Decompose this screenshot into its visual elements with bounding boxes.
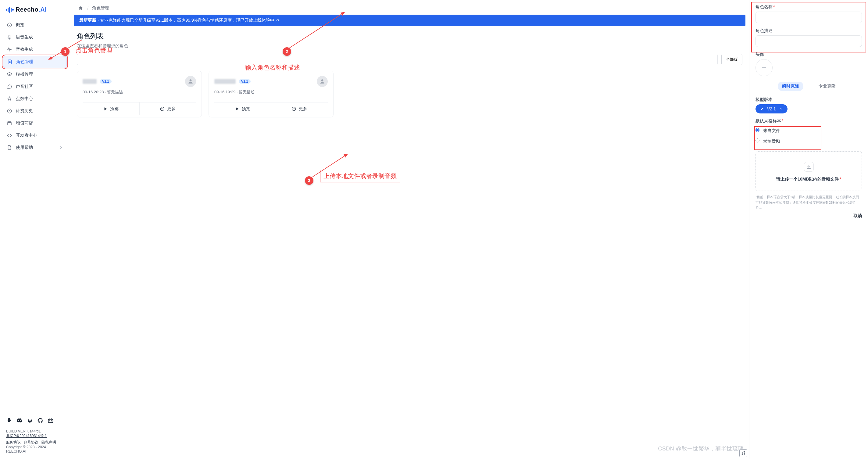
role-name-blur — [214, 79, 236, 84]
upload-icon — [804, 162, 814, 172]
preview-button[interactable]: 预览 — [83, 102, 139, 115]
svg-point-25 — [742, 454, 743, 455]
sidebar-item-template-mgmt[interactable]: 模板管理 — [3, 69, 67, 80]
sidebar-item-billing[interactable]: 计费历史 — [3, 105, 67, 117]
radio-record[interactable]: 录制音频 — [755, 136, 862, 146]
sidebar-item-label: 增值商店 — [16, 120, 33, 126]
annotation-badge-2: 2 — [283, 47, 291, 56]
banner-text: · 专业克隆能力现已全新升级至V2.1版本，高达99.9%音色与情感还原度，现已… — [96, 18, 280, 23]
sidebar-item-label: 模板管理 — [16, 72, 33, 77]
copyright: Copyright © 2023 - 2024 REECHO.AI — [6, 445, 64, 454]
name-label: 角色名称* — [755, 4, 862, 10]
svg-rect-9 — [49, 419, 53, 423]
clock-icon — [7, 108, 12, 114]
logo[interactable]: Reecho.AI — [3, 4, 67, 19]
avatar-icon — [185, 76, 196, 87]
more-button[interactable]: 更多 — [139, 102, 196, 115]
annotation-badge-1: 1 — [61, 47, 69, 56]
desc-label: 角色描述 — [755, 28, 862, 34]
svg-point-16 — [163, 109, 163, 109]
role-card: V2.1 09-16 19:39 · 暂无描述 预览 更多 — [209, 71, 334, 117]
social-row — [3, 414, 67, 427]
version-chip: V2.1 — [100, 79, 112, 84]
version-label: 模型版本 — [755, 97, 862, 102]
version-select[interactable]: V2.1 — [755, 104, 787, 114]
sidebar-item-label: 计费历史 — [16, 108, 33, 114]
role-name-blur — [83, 79, 97, 84]
sample-label: 默认风格样本* — [755, 118, 862, 124]
avatar-upload[interactable]: + — [755, 59, 773, 76]
sidebar-item-voice-community[interactable]: 声音社区 — [3, 81, 67, 92]
music-icon[interactable] — [739, 449, 747, 457]
upload-zone[interactable]: 请上传一个10MB以内的音频文件* — [755, 151, 862, 191]
qq-icon[interactable] — [6, 418, 12, 424]
radio-from-file-input[interactable] — [755, 128, 760, 132]
upload-text: 请上传一个10MB以内的音频文件* — [759, 177, 859, 182]
radio-from-file[interactable]: 来自文件 — [755, 126, 862, 136]
name-input[interactable] — [755, 11, 862, 23]
version-chip: V2.1 — [239, 79, 251, 84]
filter-button[interactable]: 全部版 — [721, 54, 742, 65]
sidebar-item-developer[interactable]: 开发者中心 — [3, 130, 67, 141]
desc-input[interactable] — [755, 35, 862, 47]
preview-label: 预览 — [110, 106, 119, 112]
footer-link-privacy[interactable]: 隐私声明 — [41, 440, 56, 445]
footer-link-account[interactable]: 账号协议 — [24, 440, 38, 445]
sidebar-item-overview[interactable]: 概览 — [3, 19, 67, 31]
page-title: 角色列表 — [77, 32, 742, 41]
star-icon — [7, 96, 12, 101]
more-label: 更多 — [167, 106, 176, 112]
search-input[interactable] — [77, 54, 718, 65]
radio-record-input[interactable] — [755, 139, 760, 143]
update-banner[interactable]: 最新更新 · 专业克隆能力现已全新升级至V2.1版本，高达99.9%音色与情感还… — [74, 14, 745, 26]
tab-pro-clone[interactable]: 专业克隆 — [814, 82, 840, 91]
store-icon — [7, 120, 12, 126]
sidebar-item-store[interactable]: 增值商店 — [3, 117, 67, 129]
bilibili-icon[interactable] — [48, 418, 54, 424]
sidebar-item-points[interactable]: 点数中心 — [3, 93, 67, 104]
waves-icon — [7, 47, 12, 52]
annotation-text-1: 点击角色管理 — [75, 47, 112, 55]
sidebar: Reecho.AI 概览 语音生成 音效生成 角色管理 模板管理 — [0, 0, 70, 459]
icp-link[interactable]: 粤ICP备2024169314号-1 — [6, 434, 46, 438]
footer-link-tos[interactable]: 服务协议 — [6, 440, 21, 445]
sidebar-item-label: 使用帮助 — [16, 145, 33, 150]
info-icon — [7, 22, 12, 28]
chat-icon — [7, 84, 12, 89]
check-icon — [760, 107, 764, 111]
card-meta: 09-16 20:28 · 暂无描述 — [83, 89, 196, 95]
more-button[interactable]: 更多 — [271, 102, 328, 115]
preview-button[interactable]: 预览 — [214, 102, 271, 115]
create-role-panel: 角色名称* 角色描述 头像 + 瞬时克隆 专业克隆 模型版本 V2.1 默认风格… — [749, 0, 868, 459]
sidebar-item-voice-gen[interactable]: 语音生成 — [3, 31, 67, 43]
file-icon — [7, 145, 12, 150]
sidebar-item-label: 开发者中心 — [16, 133, 37, 138]
sidebar-item-label: 点数中心 — [16, 96, 33, 101]
svg-point-20 — [294, 109, 294, 109]
sidebar-item-role-mgmt[interactable]: 角色管理 — [3, 56, 67, 68]
version-value: V2.1 — [767, 106, 776, 111]
annotation-text-3: 上传本地文件或者录制音频 — [320, 170, 400, 182]
svg-point-11 — [51, 421, 52, 421]
svg-point-6 — [9, 61, 10, 62]
more-icon — [160, 106, 165, 111]
logo-icon — [6, 7, 14, 13]
breadcrumb: / 角色管理 — [70, 0, 749, 14]
home-icon[interactable] — [78, 5, 84, 11]
gitlab-icon[interactable] — [27, 418, 33, 424]
sidebar-item-sfx-gen[interactable]: 音效生成 — [3, 43, 67, 55]
svg-point-12 — [190, 79, 192, 82]
github-icon[interactable] — [37, 418, 43, 424]
discord-icon[interactable] — [17, 418, 23, 424]
tab-instant-clone[interactable]: 瞬时克隆 — [778, 82, 803, 91]
layers-icon — [7, 72, 12, 77]
play-icon — [103, 107, 107, 111]
sidebar-item-help[interactable]: 使用帮助 — [3, 142, 67, 153]
code-icon — [7, 133, 12, 138]
cancel-button[interactable]: 取消 — [854, 213, 862, 218]
svg-point-15 — [162, 109, 162, 109]
build-version: BUILD VER: 8a44fd1 — [6, 429, 64, 433]
more-icon — [291, 106, 296, 111]
annotation-text-2: 输入角色名称和描述 — [244, 63, 301, 72]
role-card: V2.1 09-16 20:28 · 暂无描述 预览 更多 — [77, 71, 202, 117]
